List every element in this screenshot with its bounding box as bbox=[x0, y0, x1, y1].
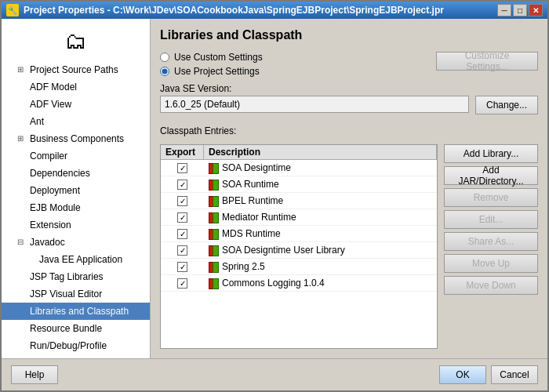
customize-settings-button[interactable]: Customize Settings... bbox=[436, 52, 538, 71]
sidebar-label: Javadoc bbox=[30, 235, 65, 249]
export-cell: ✓ bbox=[161, 227, 204, 241]
change-button[interactable]: Change... bbox=[475, 96, 538, 114]
library-icon bbox=[209, 262, 219, 271]
export-cell: ✓ bbox=[161, 162, 204, 175]
table-row[interactable]: ✓ Mediator Runtime bbox=[161, 209, 437, 226]
classpath-section: Export Description ✓ SOA Designtime bbox=[160, 144, 538, 349]
sidebar-label: Deployment bbox=[30, 183, 80, 198]
sidebar-item-project-source-paths[interactable]: ⊞ Project Source Paths bbox=[2, 61, 150, 78]
move-down-button[interactable]: Move Down bbox=[444, 276, 538, 295]
expand-icon bbox=[17, 321, 27, 336]
library-icon bbox=[209, 245, 219, 255]
sidebar-item-adf-model[interactable]: ADF Model bbox=[2, 78, 150, 96]
title-bar: 🔧 Project Properties - C:\Work\JDev\SOAC… bbox=[2, 2, 547, 19]
java-version-input[interactable] bbox=[160, 96, 469, 113]
sidebar-item-javadoc[interactable]: ⊟ Javadoc bbox=[2, 234, 150, 251]
add-jar-button[interactable]: Add JAR/Directory... bbox=[444, 166, 538, 185]
export-cell: ✓ bbox=[161, 260, 204, 274]
expand-icon bbox=[17, 166, 27, 180]
cancel-button[interactable]: Cancel bbox=[491, 365, 538, 384]
move-up-button[interactable]: Move Up bbox=[444, 254, 538, 273]
library-name: Spring 2.5 bbox=[222, 261, 265, 272]
sidebar-item-jsp-visual-editor[interactable]: JSP Visual Editor bbox=[2, 285, 150, 303]
sidebar-item-ant[interactable]: Ant bbox=[2, 113, 150, 130]
expand-icon bbox=[17, 114, 27, 129]
export-cell: ✓ bbox=[161, 244, 204, 257]
edit-button[interactable]: Edit... bbox=[444, 210, 538, 229]
library-icon bbox=[209, 278, 219, 288]
export-column-header: Export bbox=[161, 145, 204, 159]
export-checkbox[interactable]: ✓ bbox=[177, 229, 187, 239]
sidebar-label: ADF Model bbox=[30, 80, 77, 94]
library-name: SOA Designtime bbox=[222, 162, 291, 173]
sidebar-item-ejb-module[interactable]: EJB Module bbox=[2, 199, 150, 216]
main-panel: Libraries and Classpath Use Custom Setti… bbox=[151, 19, 547, 358]
table-row[interactable]: ✓ SOA Runtime bbox=[161, 176, 437, 193]
sidebar-label: JSP Tag Libraries bbox=[30, 270, 104, 284]
sidebar-item-compiler[interactable]: Compiler bbox=[2, 147, 150, 165]
export-checkbox[interactable]: ✓ bbox=[177, 278, 187, 289]
export-checkbox[interactable]: ✓ bbox=[177, 180, 187, 190]
export-checkbox[interactable]: ✓ bbox=[177, 196, 187, 206]
export-checkbox[interactable]: ✓ bbox=[177, 262, 187, 272]
bottom-bar: Help OK Cancel bbox=[2, 358, 547, 390]
sidebar-item-adf-view[interactable]: ADF View bbox=[2, 96, 150, 113]
close-button[interactable]: ✕ bbox=[529, 4, 543, 16]
minimize-button[interactable]: ─ bbox=[497, 4, 511, 16]
table-row[interactable]: ✓ Spring 2.5 bbox=[161, 259, 437, 275]
table-row[interactable]: ✓ BPEL Runtime bbox=[161, 193, 437, 209]
use-custom-settings-label: Use Custom Settings bbox=[174, 52, 263, 63]
java-version-section: Java SE Version: Change... bbox=[160, 83, 538, 119]
library-icon bbox=[209, 196, 219, 205]
desc-cell: SOA Runtime bbox=[204, 177, 437, 191]
export-checkbox[interactable]: ✓ bbox=[177, 212, 187, 223]
table-row[interactable]: ✓ Commons Logging 1.0.4 bbox=[161, 275, 437, 292]
expand-icon bbox=[17, 218, 27, 232]
sidebar-item-libraries-and-classpath[interactable]: Libraries and Classpath bbox=[2, 303, 150, 320]
expand-icon bbox=[17, 183, 27, 198]
sidebar-item-extension[interactable]: Extension bbox=[2, 216, 150, 234]
export-checkbox[interactable]: ✓ bbox=[177, 163, 187, 173]
desc-cell: SOA Designtime User Library bbox=[204, 243, 437, 257]
panel-title: Libraries and Classpath bbox=[160, 28, 538, 42]
maximize-button[interactable]: □ bbox=[513, 4, 527, 16]
sidebar-item-run-debug-profile[interactable]: Run/Debug/Profile bbox=[2, 337, 150, 354]
use-project-settings-radio[interactable] bbox=[160, 67, 169, 76]
use-custom-settings-row[interactable]: Use Custom Settings bbox=[160, 52, 263, 63]
library-name: SOA Designtime User Library bbox=[222, 245, 345, 256]
use-project-settings-row[interactable]: Use Project Settings bbox=[160, 66, 263, 77]
sidebar-item-deployment[interactable]: Deployment bbox=[2, 182, 150, 199]
sidebar-icon: 🗂 bbox=[62, 27, 90, 55]
help-button[interactable]: Help bbox=[11, 365, 58, 384]
expand-icon bbox=[17, 287, 27, 301]
sidebar-item-dependencies[interactable]: Dependencies bbox=[2, 165, 150, 182]
window: 🔧 Project Properties - C:\Work\JDev\SOAC… bbox=[0, 0, 549, 392]
sidebar-label: EJB Module bbox=[30, 201, 81, 215]
ok-button[interactable]: OK bbox=[439, 365, 486, 384]
library-name: SOA Runtime bbox=[222, 179, 279, 190]
use-project-settings-label: Use Project Settings bbox=[174, 66, 260, 77]
sidebar-label: Resource Bundle bbox=[30, 321, 102, 336]
share-as-button[interactable]: Share As... bbox=[444, 232, 538, 251]
table-row[interactable]: ✓ MDS Runtime bbox=[161, 226, 437, 242]
description-column-header: Description bbox=[204, 145, 437, 159]
library-name: BPEL Runtime bbox=[222, 195, 283, 206]
sidebar-label: Libraries and Classpath bbox=[30, 304, 129, 318]
export-cell: ✓ bbox=[161, 277, 204, 290]
remove-button[interactable]: Remove bbox=[444, 188, 538, 207]
table-row[interactable]: ✓ SOA Designtime bbox=[161, 160, 437, 176]
export-checkbox[interactable]: ✓ bbox=[177, 245, 187, 256]
sidebar-item-resource-bundle[interactable]: Resource Bundle bbox=[2, 320, 150, 337]
sidebar-label: Business Components bbox=[30, 132, 124, 146]
sidebar-item-business-components[interactable]: ⊞ Business Components bbox=[2, 130, 150, 147]
add-library-button[interactable]: Add Library... bbox=[444, 144, 538, 163]
sidebar-item-jsp-tag-libraries[interactable]: JSP Tag Libraries bbox=[2, 268, 150, 285]
window-icon: 🔧 bbox=[6, 4, 19, 16]
library-name: Commons Logging 1.0.4 bbox=[222, 278, 325, 289]
sidebar-item-java-ee-application[interactable]: Java EE Application bbox=[2, 251, 150, 268]
use-custom-settings-radio[interactable] bbox=[160, 53, 169, 62]
desc-cell: MDS Runtime bbox=[204, 227, 437, 241]
desc-cell: SOA Designtime bbox=[204, 161, 437, 175]
sidebar-label: Dependencies bbox=[30, 166, 90, 180]
table-row[interactable]: ✓ SOA Designtime User Library bbox=[161, 242, 437, 259]
